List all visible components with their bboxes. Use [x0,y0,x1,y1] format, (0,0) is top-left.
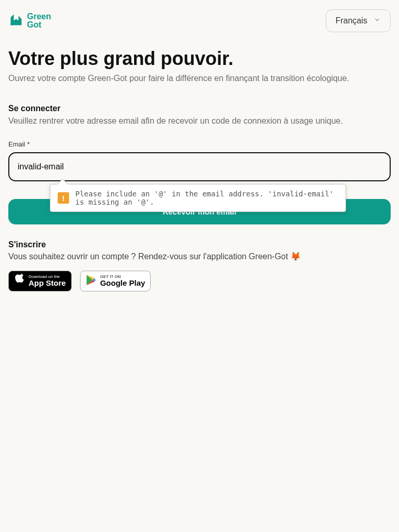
validation-message: Please include an '@' in the email addre… [75,190,338,206]
logo-fox-icon [8,12,24,30]
appstore-big-text: App Store [29,279,66,288]
login-description: Veuillez rentrer votre adresse email afi… [8,116,391,126]
chevron-down-icon [374,16,381,25]
email-label: Email * [8,140,391,148]
apple-icon [14,274,24,288]
googleplay-icon [86,274,96,288]
page-title: Votre plus grand pouvoir. [8,48,391,70]
logo[interactable]: Green Got [8,12,51,30]
validation-tooltip: ! Please include an '@' in the email add… [50,184,346,212]
email-field[interactable] [8,152,391,181]
appstore-badge[interactable]: Download on the App Store [8,271,72,291]
page-subtitle: Ouvrez votre compte Green-Got pour faire… [8,74,391,83]
login-title: Se connecter [8,104,391,113]
logo-text: Green Got [27,12,51,29]
language-selector[interactable]: Français [326,9,391,32]
warning-icon: ! [58,192,69,204]
googleplay-big-text: Google Play [100,279,145,288]
signup-description: Vous souhaitez ouvrir un compte ? Rendez… [8,251,391,261]
signup-title: S'inscrire [8,240,391,249]
googleplay-badge[interactable]: GET IT ON Google Play [80,271,151,291]
language-label: Français [336,16,367,25]
